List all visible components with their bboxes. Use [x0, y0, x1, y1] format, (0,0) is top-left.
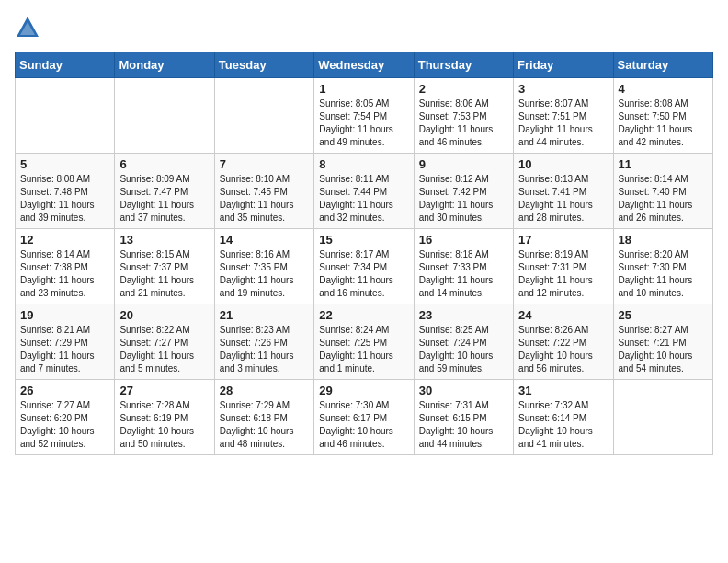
day-info: Sunrise: 7:32 AM Sunset: 6:14 PM Dayligh…: [518, 399, 608, 451]
week-row-1: 5Sunrise: 8:08 AM Sunset: 7:48 PM Daylig…: [16, 154, 713, 229]
day-info: Sunrise: 8:15 AM Sunset: 7:37 PM Dayligh…: [119, 248, 209, 300]
day-number: 2: [419, 82, 508, 96]
day-number: 22: [319, 308, 408, 322]
calendar-cell: 4Sunrise: 8:08 AM Sunset: 7:50 PM Daylig…: [613, 78, 712, 154]
day-info: Sunrise: 8:24 AM Sunset: 7:25 PM Dayligh…: [319, 324, 408, 375]
weekday-monday: Monday: [115, 52, 214, 78]
page-header: [15, 15, 713, 40]
day-number: 21: [220, 308, 309, 322]
calendar-cell: 3Sunrise: 8:07 AM Sunset: 7:51 PM Daylig…: [514, 78, 613, 154]
calendar-cell: 1Sunrise: 8:05 AM Sunset: 7:54 PM Daylig…: [314, 78, 414, 154]
day-info: Sunrise: 8:18 AM Sunset: 7:33 PM Dayligh…: [419, 248, 508, 300]
day-info: Sunrise: 8:12 AM Sunset: 7:42 PM Dayligh…: [419, 173, 508, 224]
day-number: 5: [20, 157, 109, 171]
day-info: Sunrise: 7:29 AM Sunset: 6:18 PM Dayligh…: [220, 399, 309, 451]
day-info: Sunrise: 8:05 AM Sunset: 7:54 PM Dayligh…: [319, 98, 408, 149]
weekday-friday: Friday: [514, 52, 613, 78]
day-info: Sunrise: 7:30 AM Sunset: 6:17 PM Dayligh…: [319, 399, 408, 451]
day-info: Sunrise: 7:28 AM Sunset: 6:19 PM Dayligh…: [119, 399, 209, 451]
day-info: Sunrise: 8:27 AM Sunset: 7:21 PM Dayligh…: [619, 324, 708, 375]
day-number: 18: [619, 233, 708, 247]
calendar-cell: 27Sunrise: 7:28 AM Sunset: 6:19 PM Dayli…: [115, 380, 214, 455]
weekday-tuesday: Tuesday: [214, 52, 313, 78]
day-number: 9: [419, 157, 508, 171]
day-info: Sunrise: 8:19 AM Sunset: 7:31 PM Dayligh…: [518, 248, 608, 300]
day-info: Sunrise: 8:21 AM Sunset: 7:29 PM Dayligh…: [20, 324, 109, 375]
calendar-cell: 15Sunrise: 8:17 AM Sunset: 7:34 PM Dayli…: [314, 229, 414, 304]
day-number: 1: [319, 82, 408, 96]
day-number: 31: [518, 384, 608, 397]
calendar-body: 1Sunrise: 8:05 AM Sunset: 7:54 PM Daylig…: [16, 78, 713, 455]
day-number: 17: [518, 233, 608, 247]
day-number: 20: [119, 308, 209, 322]
calendar-cell: 5Sunrise: 8:08 AM Sunset: 7:48 PM Daylig…: [16, 154, 115, 229]
day-info: Sunrise: 8:10 AM Sunset: 7:45 PM Dayligh…: [220, 173, 309, 224]
day-info: Sunrise: 8:08 AM Sunset: 7:48 PM Dayligh…: [20, 173, 109, 224]
calendar-cell: [115, 78, 214, 154]
calendar-cell: 24Sunrise: 8:26 AM Sunset: 7:22 PM Dayli…: [514, 304, 613, 380]
weekday-header-row: SundayMondayTuesdayWednesdayThursdayFrid…: [16, 52, 713, 78]
day-info: Sunrise: 8:26 AM Sunset: 7:22 PM Dayligh…: [518, 324, 608, 375]
day-number: 12: [20, 233, 109, 247]
day-number: 28: [220, 384, 309, 397]
calendar-cell: 8Sunrise: 8:11 AM Sunset: 7:44 PM Daylig…: [314, 154, 414, 229]
day-info: Sunrise: 8:17 AM Sunset: 7:34 PM Dayligh…: [319, 248, 408, 300]
calendar-cell: 21Sunrise: 8:23 AM Sunset: 7:26 PM Dayli…: [214, 304, 313, 380]
week-row-3: 19Sunrise: 8:21 AM Sunset: 7:29 PM Dayli…: [16, 304, 713, 380]
day-info: Sunrise: 8:09 AM Sunset: 7:47 PM Dayligh…: [119, 173, 209, 224]
day-number: 11: [619, 157, 708, 171]
calendar: SundayMondayTuesdayWednesdayThursdayFrid…: [15, 52, 713, 455]
calendar-cell: 9Sunrise: 8:12 AM Sunset: 7:42 PM Daylig…: [414, 154, 513, 229]
calendar-cell: 16Sunrise: 8:18 AM Sunset: 7:33 PM Dayli…: [414, 229, 513, 304]
day-number: 4: [619, 82, 708, 96]
calendar-cell: 18Sunrise: 8:20 AM Sunset: 7:30 PM Dayli…: [613, 229, 712, 304]
weekday-saturday: Saturday: [613, 52, 712, 78]
logo: [15, 15, 44, 40]
calendar-cell: 19Sunrise: 8:21 AM Sunset: 7:29 PM Dayli…: [16, 304, 115, 380]
logo-icon: [15, 15, 40, 40]
day-info: Sunrise: 8:14 AM Sunset: 7:40 PM Dayligh…: [619, 173, 708, 224]
day-number: 15: [319, 233, 408, 247]
weekday-sunday: Sunday: [16, 52, 115, 78]
day-info: Sunrise: 8:08 AM Sunset: 7:50 PM Dayligh…: [619, 98, 708, 149]
weekday-thursday: Thursday: [414, 52, 513, 78]
calendar-cell: 11Sunrise: 8:14 AM Sunset: 7:40 PM Dayli…: [613, 154, 712, 229]
calendar-cell: 30Sunrise: 7:31 AM Sunset: 6:15 PM Dayli…: [414, 380, 513, 455]
calendar-cell: 10Sunrise: 8:13 AM Sunset: 7:41 PM Dayli…: [514, 154, 613, 229]
weekday-wednesday: Wednesday: [314, 52, 414, 78]
day-number: 23: [419, 308, 508, 322]
day-number: 26: [20, 384, 109, 397]
day-number: 13: [119, 233, 209, 247]
calendar-cell: 26Sunrise: 7:27 AM Sunset: 6:20 PM Dayli…: [16, 380, 115, 455]
day-info: Sunrise: 8:06 AM Sunset: 7:53 PM Dayligh…: [419, 98, 508, 149]
day-info: Sunrise: 8:25 AM Sunset: 7:24 PM Dayligh…: [419, 324, 508, 375]
calendar-cell: 31Sunrise: 7:32 AM Sunset: 6:14 PM Dayli…: [514, 380, 613, 455]
calendar-cell: 22Sunrise: 8:24 AM Sunset: 7:25 PM Dayli…: [314, 304, 414, 380]
calendar-cell: 25Sunrise: 8:27 AM Sunset: 7:21 PM Dayli…: [613, 304, 712, 380]
calendar-cell: 7Sunrise: 8:10 AM Sunset: 7:45 PM Daylig…: [214, 154, 313, 229]
day-info: Sunrise: 7:31 AM Sunset: 6:15 PM Dayligh…: [419, 399, 508, 451]
day-info: Sunrise: 8:23 AM Sunset: 7:26 PM Dayligh…: [220, 324, 309, 375]
day-number: 29: [319, 384, 408, 397]
calendar-cell: 23Sunrise: 8:25 AM Sunset: 7:24 PM Dayli…: [414, 304, 513, 380]
day-info: Sunrise: 8:22 AM Sunset: 7:27 PM Dayligh…: [119, 324, 209, 375]
calendar-cell: [16, 78, 115, 154]
day-info: Sunrise: 8:13 AM Sunset: 7:41 PM Dayligh…: [518, 173, 608, 224]
day-number: 25: [619, 308, 708, 322]
calendar-cell: [214, 78, 313, 154]
day-number: 8: [319, 157, 408, 171]
day-number: 16: [419, 233, 508, 247]
day-info: Sunrise: 7:27 AM Sunset: 6:20 PM Dayligh…: [20, 399, 109, 451]
calendar-cell: 17Sunrise: 8:19 AM Sunset: 7:31 PM Dayli…: [514, 229, 613, 304]
day-info: Sunrise: 8:11 AM Sunset: 7:44 PM Dayligh…: [319, 173, 408, 224]
week-row-2: 12Sunrise: 8:14 AM Sunset: 7:38 PM Dayli…: [16, 229, 713, 304]
day-info: Sunrise: 8:20 AM Sunset: 7:30 PM Dayligh…: [619, 248, 708, 300]
calendar-cell: 2Sunrise: 8:06 AM Sunset: 7:53 PM Daylig…: [414, 78, 513, 154]
day-number: 3: [518, 82, 608, 96]
day-number: 27: [119, 384, 209, 397]
day-number: 24: [518, 308, 608, 322]
calendar-cell: 29Sunrise: 7:30 AM Sunset: 6:17 PM Dayli…: [314, 380, 414, 455]
day-number: 30: [419, 384, 508, 397]
day-number: 10: [518, 157, 608, 171]
calendar-cell: 20Sunrise: 8:22 AM Sunset: 7:27 PM Dayli…: [115, 304, 214, 380]
